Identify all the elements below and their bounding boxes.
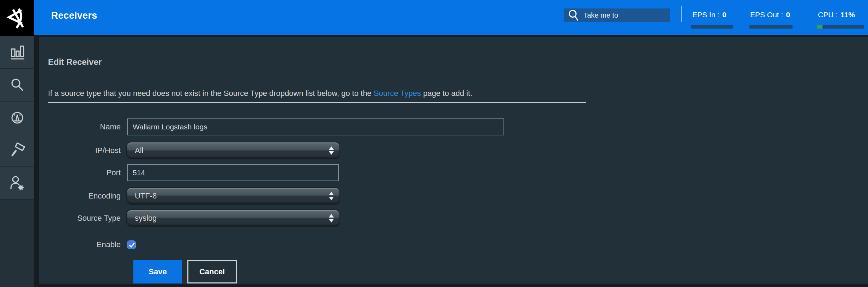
encoding-select[interactable]: UTF-8	[127, 188, 339, 204]
search-icon	[568, 9, 579, 21]
eps-out-bar	[749, 25, 792, 29]
eps-in-label: EPS In :	[692, 11, 719, 19]
edit-receiver-panel: Edit Receiver If a source type that you …	[39, 37, 868, 284]
port-field[interactable]	[127, 164, 339, 181]
name-row: Name	[39, 118, 504, 135]
eps-out-value: 0	[786, 11, 790, 19]
source-type-note: If a source type that you need does not …	[48, 89, 472, 98]
name-field[interactable]	[127, 118, 504, 135]
quick-search[interactable]	[564, 8, 670, 22]
panel-heading: Edit Receiver	[48, 57, 102, 67]
port-label: Port	[39, 168, 127, 177]
cancel-button[interactable]: Cancel	[187, 260, 237, 283]
sidebar-item-dashboards[interactable]	[0, 36, 34, 69]
sidebar-item-monitoring[interactable]	[0, 102, 34, 134]
save-button[interactable]: Save	[133, 260, 182, 283]
arcsight-logo-icon	[6, 5, 29, 31]
cpu-label: CPU :	[818, 11, 838, 19]
gauge-icon	[8, 109, 26, 127]
search-input[interactable]	[579, 8, 677, 22]
gavel-icon	[8, 141, 26, 160]
sidebar-item-search[interactable]	[0, 69, 34, 102]
bar-chart-icon	[8, 43, 26, 61]
page-title: Receivers	[51, 0, 97, 31]
select-arrows-icon	[329, 210, 334, 226]
note-text-after: page to add it.	[421, 89, 472, 98]
encoding-selected-value: UTF-8	[135, 191, 157, 201]
note-text-before: If a source type that you need does not …	[48, 89, 374, 98]
arcsight-logo[interactable]	[0, 0, 34, 36]
cpu-bar	[817, 25, 864, 29]
encoding-label: Encoding	[39, 191, 127, 201]
select-arrows-icon	[329, 142, 334, 159]
sidebar-nav	[0, 36, 34, 287]
sidebar-item-configuration[interactable]	[0, 134, 34, 167]
source-type-label: Source Type	[39, 214, 127, 223]
eps-out-label: EPS Out :	[750, 11, 783, 19]
source-type-select[interactable]: syslog	[127, 210, 339, 226]
port-row: Port	[39, 164, 339, 181]
note-divider	[48, 102, 586, 103]
source-type-selected-value: syslog	[135, 214, 157, 223]
header-divider	[681, 6, 682, 22]
sidebar-item-admin[interactable]	[0, 167, 34, 200]
user-settings-icon	[8, 174, 26, 193]
form-actions: Save Cancel	[133, 260, 237, 283]
search-nav-icon	[8, 76, 26, 94]
select-arrows-icon	[329, 188, 334, 204]
name-label: Name	[39, 122, 127, 132]
enable-checkbox[interactable]	[127, 240, 136, 249]
eps-in-value: 0	[722, 11, 727, 19]
cpu-value: 11%	[840, 11, 855, 19]
app-window: Receivers EPS In :0 EPS Out :0 CPU :11%	[0, 0, 868, 287]
source-types-link[interactable]: Source Types	[374, 89, 421, 98]
encoding-row: Encoding UTF-8	[39, 188, 339, 204]
ip-host-select[interactable]: All	[127, 142, 339, 159]
ip-host-label: IP/Host	[39, 146, 127, 155]
ip-host-selected-value: All	[135, 146, 143, 155]
ip-host-row: IP/Host All	[39, 142, 339, 159]
top-bar: Receivers EPS In :0 EPS Out :0 CPU :11%	[0, 0, 868, 35]
enable-row: Enable	[39, 240, 136, 249]
source-type-row: Source Type syslog	[39, 210, 339, 226]
eps-in-bar	[691, 25, 733, 29]
enable-label: Enable	[39, 240, 127, 249]
